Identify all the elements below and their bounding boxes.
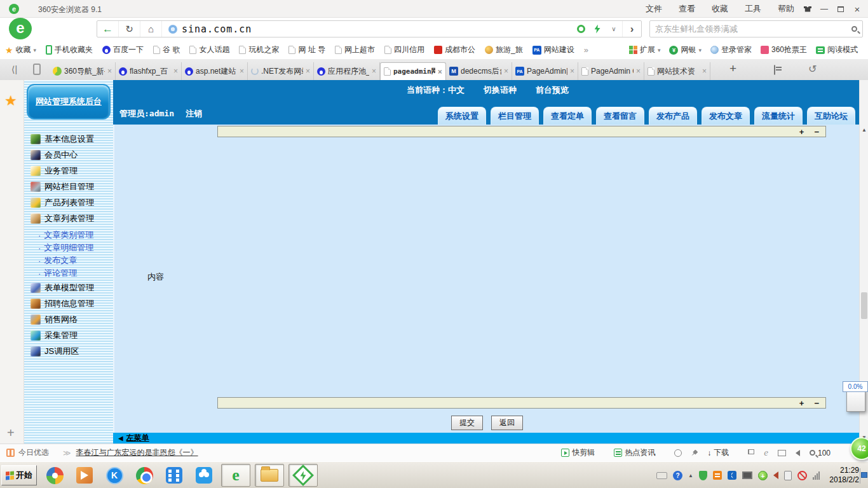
bookmark-google[interactable]: 谷 歌 <box>153 44 180 55</box>
bookmark-travel[interactable]: 旅游_旅 <box>485 44 523 55</box>
news-headline-link[interactable]: 李春江与广东宏远的是非恩怨《一》 <box>76 447 198 458</box>
tab-close-icon[interactable]: × <box>570 67 574 76</box>
sidebar-item-collect-mgmt[interactable]: 采集管理 <box>31 329 78 342</box>
sidebar-item-site-columns[interactable]: 网站栏目管理 <box>31 180 94 194</box>
menu-tools[interactable]: 工具 <box>745 3 761 15</box>
bookmark-women-topics[interactable]: 女人话题 <box>189 44 229 55</box>
zoom-control[interactable]: 100 <box>810 449 831 458</box>
sidebar-subitem-article-category[interactable]: ·文章类别管理 <box>38 229 93 241</box>
bookmark-chengdu[interactable]: 成都市公 <box>434 44 475 55</box>
bluetooth-icon[interactable] <box>728 471 736 480</box>
home-button[interactable]: ⌂ <box>140 21 162 37</box>
help-icon[interactable]: ? <box>673 471 682 480</box>
start-button[interactable]: 开始 <box>1 465 37 485</box>
reading-mode-button[interactable]: 阅读模式 <box>816 44 858 55</box>
taskbar-file-manager-active[interactable] <box>255 464 284 487</box>
expand-icon[interactable]: + <box>799 398 804 408</box>
chevron-down-icon[interactable]: ▾ <box>34 47 37 53</box>
expand-icon[interactable]: + <box>799 127 804 137</box>
tab-close-icon[interactable]: × <box>702 67 707 76</box>
floating-mini-panel[interactable] <box>846 389 865 412</box>
display-icon[interactable] <box>742 471 752 479</box>
sidebar-item-article-list[interactable]: 文章列表管理 <box>31 212 94 226</box>
keyboard-icon[interactable] <box>656 472 667 479</box>
tab-pageadmin-active[interactable]: pageadmin网× <box>380 62 446 80</box>
side-add-button[interactable]: + <box>7 426 15 440</box>
taskbar-flashfxp-active[interactable] <box>288 464 318 487</box>
nav-tab-traffic-stats[interactable]: 流量统计 <box>754 107 803 125</box>
scrollbar-thumb[interactable] <box>861 292 867 319</box>
go-button[interactable]: › <box>622 21 641 37</box>
tab-close-icon[interactable]: × <box>504 67 508 76</box>
sidebar-subitem-comment-mgmt[interactable]: ·评论管理 <box>38 267 77 280</box>
taskbar-360-browser-active[interactable]: e <box>221 464 250 487</box>
hot-news-button[interactable]: 热点资讯 <box>614 447 655 458</box>
menu-help[interactable]: 帮助 <box>778 3 794 15</box>
chevron-down-icon[interactable]: ▾ <box>658 47 661 53</box>
health-ball-icon[interactable]: + <box>758 471 768 480</box>
submit-button[interactable]: 提交 <box>451 416 483 430</box>
logout-link[interactable]: 注销 <box>186 108 202 119</box>
search-input[interactable] <box>655 24 851 34</box>
bookmark-favorites[interactable]: ★ 收藏 ▾ <box>5 44 36 55</box>
tab-close-icon[interactable]: × <box>372 67 376 76</box>
online-bank-button[interactable]: ¥网银▾ <box>669 44 702 55</box>
bookmark-online-market[interactable]: 网上超市 <box>335 44 375 55</box>
sidebar-item-product-list[interactable]: 产品列表管理 <box>31 196 94 210</box>
mobile-view-icon[interactable] <box>33 64 41 75</box>
download-manager-icon[interactable] <box>713 471 722 480</box>
browser-logo-large-icon[interactable]: e <box>9 18 32 39</box>
download-button[interactable]: ↓下载 <box>707 447 729 458</box>
switch-language-link[interactable]: 切换语种 <box>484 85 517 96</box>
speed-mode-button[interactable] <box>589 25 606 34</box>
tab-net-publish[interactable]: .NET发布网站× <box>248 62 314 80</box>
back-button[interactable]: ← <box>97 21 119 37</box>
sidebar-item-js-call[interactable]: JS调用区 <box>31 344 79 358</box>
tab-close-icon[interactable]: × <box>438 67 442 76</box>
taskbar-k-player[interactable]: K <box>102 464 127 487</box>
flag-icon[interactable] <box>748 449 754 454</box>
clipboard-tray-icon[interactable] <box>784 471 792 480</box>
window-mode-icon[interactable] <box>778 450 786 456</box>
extensions-button[interactable]: 扩展▾ <box>629 44 661 55</box>
tab-pageadmin-site[interactable]: PAPageAdmin网× <box>512 62 578 80</box>
nav-tab-publish-product[interactable]: 发布产品 <box>649 107 697 125</box>
volume-icon[interactable] <box>773 471 778 479</box>
tab-dedecms[interactable]: Mdedecms后台× <box>446 62 512 80</box>
sidebar-item-form-model[interactable]: 表单模型管理 <box>31 281 94 295</box>
tab-360-nav[interactable]: 360导航_新-× <box>50 62 116 80</box>
search-icon[interactable] <box>851 26 857 32</box>
sidebar-item-basic-info[interactable]: 基本信息设置 <box>31 132 94 146</box>
ticket-king-button[interactable]: 360抢票王 <box>761 44 807 55</box>
bookmark-sichuan-credit[interactable]: 四川信用 <box>384 44 424 55</box>
bookmark-mobile-favorites[interactable]: 手机收藏夹 <box>46 44 93 55</box>
nav-tab-help-forum[interactable]: 互助论坛 <box>807 107 855 125</box>
muted-volume-icon[interactable] <box>797 471 807 480</box>
return-button[interactable]: 返回 <box>491 416 523 430</box>
bookmark-url-nav[interactable]: 网 址 导 <box>288 44 325 55</box>
nav-tab-column-mgmt[interactable]: 栏目管理 <box>491 107 539 125</box>
tab-close-icon[interactable]: × <box>306 67 310 76</box>
pin-icon[interactable] <box>691 450 698 456</box>
address-bar[interactable]: ← ↻ ⌂ ∨ › <box>97 20 642 37</box>
history-icon[interactable] <box>674 449 682 457</box>
tab-aspnet[interactable]: asp.net建站× <box>182 62 248 80</box>
speedup-ball[interactable]: 42 <box>850 437 868 460</box>
new-tab-button[interactable]: + <box>729 62 736 76</box>
tab-close-icon[interactable]: × <box>107 67 112 76</box>
tab-scroll-left-button[interactable]: ⟨| <box>11 64 17 74</box>
tab-close-icon[interactable]: × <box>636 67 641 76</box>
tab-app-pool[interactable]: 应用程序池_× <box>314 62 380 80</box>
ie-compat-icon[interactable]: e <box>764 447 768 458</box>
editor-toolbar-bottom[interactable]: + − <box>217 397 826 409</box>
favorites-star-icon[interactable]: ★ <box>4 93 17 109</box>
show-desktop-button[interactable] <box>860 468 868 484</box>
editor-toolbar-top[interactable]: + − <box>217 126 826 137</box>
tab-pageadmin-cms[interactable]: PageAdmin C× <box>578 62 644 80</box>
antivirus-shield-icon[interactable] <box>699 471 707 480</box>
search-box[interactable] <box>649 20 863 37</box>
taskbar-cloud-app[interactable] <box>191 464 217 487</box>
menu-favorites[interactable]: 收藏 <box>712 3 728 15</box>
scroll-up-icon[interactable]: ▲ <box>860 126 868 135</box>
bookmarks-overflow-button[interactable]: » <box>584 45 588 55</box>
